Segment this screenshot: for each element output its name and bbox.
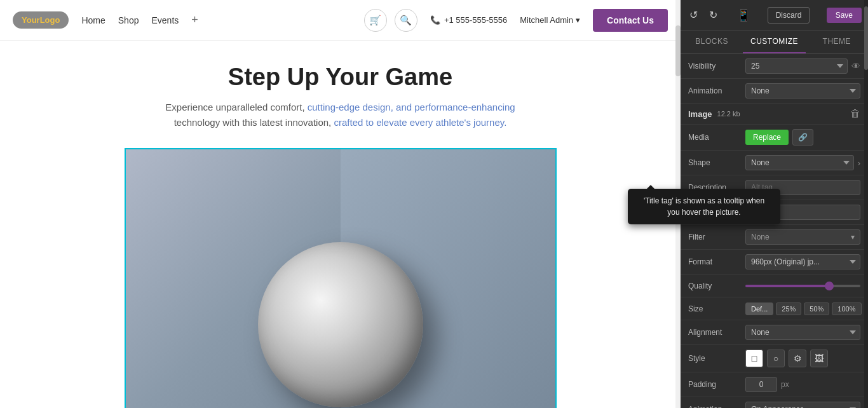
animation-row: Animation None — [681, 79, 868, 104]
style-label: Style — [688, 354, 745, 363]
preview-scrollbar-thumb — [675, 25, 681, 76]
nav-add[interactable]: + — [191, 13, 198, 27]
preview-panel: YourLogo Home Shop Events + 🛒 🔍 📞 +1 555… — [0, 0, 681, 408]
logo: YourLogo — [13, 11, 69, 29]
alignment-select[interactable]: None — [745, 325, 860, 340]
hero-desc-highlight2: crafted to elevate every athlete's journ… — [334, 117, 506, 128]
style-buttons: □ ○ ⚙ 🖼 — [745, 350, 828, 367]
image-size: 12.2 kb — [717, 110, 740, 118]
nav-icons: 🛒 🔍 — [364, 9, 417, 32]
animation-label: Animation — [688, 86, 745, 95]
size-100-button[interactable]: 100% — [832, 303, 861, 315]
hero-desc-highlight1: cutting-edge design, and performance-enh… — [308, 102, 515, 112]
format-select[interactable]: 960px (Original) jp... — [745, 254, 860, 269]
style-row: Style □ ○ ⚙ 🖼 — [681, 345, 868, 372]
image-row: Image 12.2 kb 🗑 — [681, 104, 868, 125]
cart-icon[interactable]: 🛒 — [364, 9, 387, 32]
media-label: Media — [688, 133, 745, 142]
size-25-button[interactable]: 25% — [776, 303, 801, 315]
hero-description: Experience unparalleled comfort, cutting… — [137, 100, 544, 130]
nav-home[interactable]: Home — [81, 15, 105, 25]
link-button[interactable]: 🔗 — [792, 129, 813, 146]
nav-shop[interactable]: Shop — [118, 15, 139, 25]
style-circle-button[interactable]: ○ — [767, 350, 785, 367]
size-label: Size — [688, 304, 745, 313]
padding-input[interactable] — [745, 377, 777, 392]
panel-tabs: BLOCKS CUSTOMIZE THEME — [681, 31, 868, 54]
nav-phone: 📞 +1 555-555-5556 — [430, 15, 507, 25]
admin-chevron: ▾ — [576, 15, 580, 25]
visibility-content: 25 👁 — [745, 58, 860, 74]
filter-select[interactable]: None ▾ — [745, 229, 860, 245]
hero-desc-part1: Experience unparalleled comfort, — [165, 102, 307, 112]
format-content: 960px (Original) jp... — [745, 254, 860, 269]
filter-label: Filter — [688, 233, 745, 241]
style-image-button[interactable]: 🖼 — [810, 350, 828, 367]
shape-label: Shape — [688, 158, 745, 167]
alignment-row: Alignment None — [681, 320, 868, 345]
sphere-object — [258, 242, 423, 407]
device-toggle-button[interactable]: 📱 — [736, 8, 750, 22]
shape-row: Shape None › — [681, 151, 868, 175]
padding-content: px — [745, 377, 860, 392]
quality-label: Quality — [688, 282, 745, 290]
style-content: □ ○ ⚙ 🖼 — [745, 350, 860, 367]
hero-text-section: Step Up Your Game Experience unparallele… — [0, 41, 681, 140]
discard-button[interactable]: Discard — [768, 7, 810, 24]
nav-events[interactable]: Events — [151, 15, 179, 25]
shape-chevron-icon: › — [858, 158, 860, 168]
tab-customize[interactable]: CUSTOMIZE — [743, 31, 805, 53]
quality-slider[interactable] — [745, 285, 860, 287]
visibility-select[interactable]: 25 — [745, 58, 848, 74]
filter-chevron-icon: ▾ — [851, 233, 855, 241]
contact-us-button[interactable]: Contact Us — [593, 9, 668, 32]
tab-blocks[interactable]: BLOCKS — [681, 31, 743, 53]
media-content: Replace 🔗 — [745, 129, 860, 146]
nav-links: Home Shop Events + — [81, 13, 198, 27]
tooltip-popup: 'Title tag' is shown as a tooltip when y… — [628, 189, 780, 224]
image-label: Image — [688, 109, 712, 119]
animation-select[interactable]: None — [745, 83, 860, 99]
animation2-label: Animation — [688, 405, 745, 408]
visibility-icon: 👁 — [851, 61, 860, 71]
alignment-content: None — [745, 325, 860, 340]
shape-select[interactable]: None — [745, 155, 854, 170]
size-content: Def... 25% 50% 100% — [745, 303, 862, 315]
size-default-button[interactable]: Def... — [745, 303, 773, 315]
format-label: Format — [688, 257, 745, 266]
format-row: Format 960px (Original) jp... — [681, 250, 868, 275]
hero-image[interactable] — [125, 148, 557, 408]
nav-admin[interactable]: Mitchell Admin ▾ — [520, 15, 580, 25]
size-50-button[interactable]: 50% — [804, 303, 829, 315]
image-delete-button[interactable]: 🗑 — [850, 108, 860, 119]
save-button[interactable]: Save — [827, 8, 862, 23]
nav-bar: YourLogo Home Shop Events + 🛒 🔍 📞 +1 555… — [0, 0, 681, 41]
redo-button[interactable]: ↻ — [707, 6, 720, 24]
padding-label: Padding — [688, 380, 745, 389]
logo-text: YourLogo — [22, 15, 60, 25]
px-label: px — [781, 380, 789, 389]
sphere-container — [126, 242, 555, 408]
filter-row: Filter None ▾ — [681, 225, 868, 250]
toolbar: ↺ ↻ 📱 Discard Save — [681, 0, 868, 31]
right-scrollbar-track — [864, 0, 868, 408]
size-buttons: Def... 25% 50% 100% — [745, 303, 862, 315]
replace-button[interactable]: Replace — [745, 130, 789, 145]
style-gear-button[interactable]: ⚙ — [789, 350, 806, 367]
phone-icon: 📞 — [430, 15, 440, 25]
media-row: Media Replace 🔗 — [681, 125, 868, 151]
tooltip-popup-text: 'Title tag' is shown as a tooltip when y… — [644, 196, 764, 217]
panel-content: Visibility 25 👁 Animation None Image 12.… — [681, 54, 868, 408]
undo-button[interactable]: ↺ — [687, 6, 700, 24]
hero-desc-part2: technology with this latest innovation, — [174, 117, 334, 128]
search-icon[interactable]: 🔍 — [395, 9, 417, 32]
style-square-button[interactable]: □ — [745, 350, 763, 367]
filter-value: None — [751, 233, 770, 241]
hero-title: Step Up Your Game — [13, 64, 668, 91]
animation2-content: On Appearance — [745, 402, 860, 408]
animation2-row: Animation On Appearance — [681, 397, 868, 408]
toolbar-icons: ↺ ↻ — [687, 6, 720, 24]
tab-theme[interactable]: THEME — [806, 31, 868, 53]
alignment-label: Alignment — [688, 328, 745, 337]
animation2-select[interactable]: On Appearance — [745, 402, 860, 408]
